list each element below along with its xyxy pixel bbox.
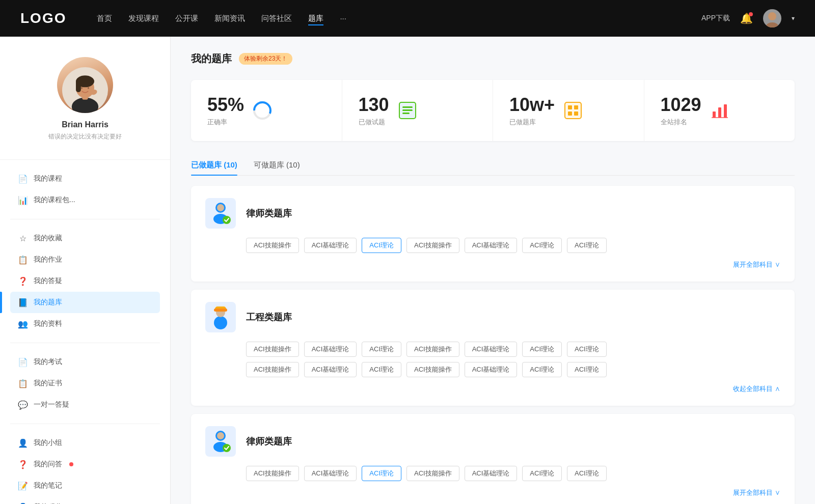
svg-rect-22 (574, 111, 578, 116)
bell-notification-dot (749, 12, 753, 16)
groups-icon: 👤 (18, 438, 28, 447)
sidebar-item-1on1[interactable]: 💬 一对一答疑 (10, 394, 160, 415)
qbank-tag[interactable]: ACI理论 (522, 238, 562, 253)
sidebar-label-profile: 我的资料 (34, 319, 62, 328)
sidebar-item-course-packages[interactable]: 📊 我的课程包... (10, 189, 160, 211)
stat-done-banks-value: 10w+ (509, 94, 555, 116)
profile-avatar[interactable] (57, 57, 113, 113)
nav-news[interactable]: 新闻资讯 (214, 12, 245, 25)
qbank-tag[interactable]: ACI基础理论 (465, 466, 518, 481)
qbank-footer-0[interactable]: 展开全部科目 ∨ (205, 260, 780, 269)
layout: Brian Harris 错误的决定比没有决定要好 📄 我的课程 📊 我的课程包… (0, 37, 815, 504)
qbank-tag[interactable]: ACI理论 (522, 466, 562, 481)
sidebar-item-questions[interactable]: ❓ 我的问答 (10, 454, 160, 475)
sidebar-label-notes: 我的笔记 (34, 481, 62, 490)
sidebar-item-favorites[interactable]: ☆ 我的收藏 (10, 228, 160, 249)
svg-point-8 (81, 87, 83, 89)
qbank-tag[interactable]: ACI基础理论 (465, 238, 518, 253)
svg-rect-25 (724, 104, 727, 118)
qbank-tag[interactable]: ACI技能操作 (406, 466, 459, 481)
qbank-tag[interactable]: ACI理论 (567, 238, 607, 253)
sidebar-item-qbank[interactable]: 📘 我的题库 (10, 292, 160, 313)
sidebar-item-certificate[interactable]: 📋 我的证书 (10, 373, 160, 394)
qbank-tag[interactable]: ACI技能操作 (246, 238, 299, 253)
qbank-tag[interactable]: ACI技能操作 (406, 362, 459, 377)
qbank-tag[interactable]: ACI理论 (567, 342, 607, 357)
nav-more[interactable]: ··· (340, 12, 346, 25)
sidebar-item-groups[interactable]: 👤 我的小组 (10, 432, 160, 454)
avatar[interactable] (763, 9, 781, 27)
stat-list-icon (397, 100, 418, 121)
qbank-tag[interactable]: ACI技能操作 (246, 342, 299, 357)
page-title: 我的题库 (191, 52, 232, 66)
qbank-tag[interactable]: ACI基础理论 (304, 342, 357, 357)
nav-home[interactable]: 首页 (97, 12, 112, 25)
qbank-footer-2[interactable]: 展开全部科目 ∨ (205, 488, 780, 497)
svg-point-9 (88, 87, 89, 89)
qbank-tag[interactable]: ACI技能操作 (406, 238, 459, 253)
sidebar-label-exam: 我的考试 (34, 357, 62, 367)
tab-available-banks[interactable]: 可做题库 (10) (254, 155, 300, 175)
stat-grid-icon (563, 100, 583, 121)
bell-icon[interactable]: 🔔 (740, 12, 753, 24)
stat-done-questions: 130 已做试题 (342, 80, 494, 141)
sidebar-label-my-courses: 我的课程 (34, 174, 62, 183)
qbank-tag[interactable]: ACI理论 (567, 466, 607, 481)
svg-point-13 (257, 105, 267, 116)
nav-discover[interactable]: 发现课程 (128, 12, 159, 25)
qbank-tags-1: ACI技能操作ACI基础理论ACI理论ACI技能操作ACI基础理论ACI理论AC… (205, 342, 780, 357)
qbank-tag[interactable]: ACI理论 (362, 342, 401, 357)
qbank-tag[interactable]: ACI理论 (362, 466, 401, 481)
svg-rect-34 (214, 309, 227, 312)
qbank-tag[interactable]: ACI基础理论 (465, 362, 518, 377)
app-download-button[interactable]: APP下载 (701, 14, 730, 23)
stat-done-questions-label: 已做试题 (359, 118, 389, 127)
sidebar-item-homework[interactable]: 📋 我的作业 (10, 249, 160, 270)
qbank-tag[interactable]: ACI理论 (522, 362, 562, 377)
qbank-tag[interactable]: ACI技能操作 (406, 342, 459, 357)
nav-qbank[interactable]: 题库 (308, 12, 323, 25)
questions-notification-dot (69, 462, 73, 466)
svg-rect-15 (402, 106, 413, 108)
svg-rect-18 (565, 102, 581, 119)
qbank-footer-1[interactable]: 收起全部科目 ∧ (205, 384, 780, 394)
qbank-tag[interactable]: ACI基础理论 (304, 466, 357, 481)
qbank-tag[interactable]: ACI理论 (567, 362, 607, 377)
questions-icon: ❓ (18, 460, 28, 469)
qbank-tag[interactable]: ACI理论 (522, 342, 562, 357)
sidebar-profile: Brian Harris 错误的决定比没有决定要好 (0, 37, 170, 151)
sidebar-divider-4 (10, 424, 160, 424)
main-content: 我的题库 体验剩余23天！ 55% 正确率 (171, 37, 815, 504)
sidebar-item-notes[interactable]: 📝 我的笔记 (10, 475, 160, 496)
stat-correct-rate-value: 55% (207, 94, 244, 116)
nav-opencourse[interactable]: 公开课 (175, 12, 198, 25)
qbank-tag[interactable]: ACI理论 (362, 238, 401, 253)
qbank-tag[interactable]: ACI理论 (362, 362, 401, 377)
svg-point-0 (768, 12, 776, 20)
sidebar-item-qa[interactable]: ❓ 我的答疑 (10, 270, 160, 292)
sidebar-item-points[interactable]: 👤 我的积分 (10, 496, 160, 504)
qbank-icon-0 (205, 198, 236, 229)
qbank-tag[interactable]: ACI基础理论 (304, 238, 357, 253)
sidebar-item-profile[interactable]: 👥 我的资料 (10, 313, 160, 334)
notes-icon: 📝 (18, 481, 28, 490)
qbank-title-1: 工程类题库 (246, 311, 292, 323)
profile-motto: 错误的决定比没有决定要好 (48, 132, 122, 141)
svg-point-38 (223, 444, 231, 452)
tab-bar: 已做题库 (10) 可做题库 (10) (191, 155, 795, 176)
stat-correct-rate-values: 55% 正确率 (207, 94, 244, 127)
nav-links: 首页 发现课程 公开课 新闻资讯 问答社区 题库 ··· (97, 12, 681, 25)
qbank-tag[interactable]: ACI技能操作 (246, 362, 299, 377)
avatar-chevron-icon[interactable]: ▾ (792, 15, 795, 22)
sidebar-item-my-courses[interactable]: 📄 我的课程 (10, 168, 160, 189)
sidebar-item-exam[interactable]: 📄 我的考试 (10, 351, 160, 373)
sidebar: Brian Harris 错误的决定比没有决定要好 📄 我的课程 📊 我的课程包… (0, 37, 171, 504)
trial-badge: 体验剩余23天！ (239, 53, 292, 65)
qbank-tag[interactable]: ACI基础理论 (465, 342, 518, 357)
stat-site-rank-values: 1029 全站排名 (661, 94, 701, 127)
qbank-tag[interactable]: ACI技能操作 (246, 466, 299, 481)
tab-done-banks[interactable]: 已做题库 (10) (191, 155, 237, 175)
sidebar-divider-2 (10, 219, 160, 219)
nav-qa[interactable]: 问答社区 (261, 12, 292, 25)
qbank-tag[interactable]: ACI基础理论 (304, 362, 357, 377)
